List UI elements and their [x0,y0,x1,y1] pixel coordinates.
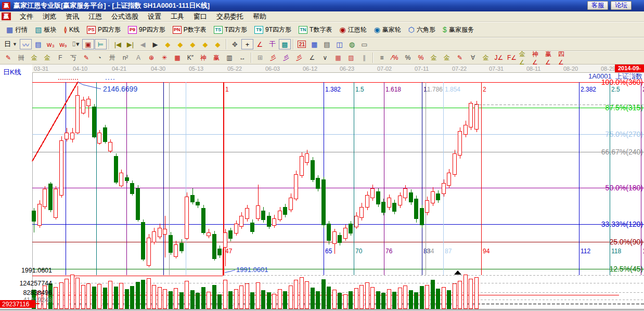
customer-service-button[interactable]: 客服 [587,1,608,10]
print-icon[interactable]: ▭ [358,39,370,49]
zoom-horizontal-icon[interactable]: ◆ [187,39,199,49]
chart-canvas[interactable]: 100.0%(360)87.5%(315)75.0%(270)66.67%(24… [0,73,644,311]
menu-item-1[interactable]: 浏览 [38,11,61,22]
angle-ying-icon[interactable]: 赢∠ [545,53,557,62]
ruler-ying-icon[interactable]: 赢 [210,53,223,62]
t-square-button[interactable]: TST四方形 [211,24,250,35]
percent-icon[interactable]: % [402,53,414,62]
cup-tool-icon[interactable]: ∀ [467,53,479,62]
percent-line-icon[interactable]: ⁄% [389,53,401,62]
t-table-button[interactable]: TNT数字表 [295,24,335,35]
volume-bar [349,291,353,308]
winner-wheel-button[interactable]: ◉赢家轮 [371,24,404,35]
menu-item-4[interactable]: 公式选股 [107,11,143,22]
gold-lines-icon[interactable]: 金 [441,53,453,62]
calendar-icon[interactable]: 21 [296,39,308,49]
menu-item-5[interactable]: 设置 [143,11,166,22]
ruler-n2-icon[interactable]: n² [119,53,132,62]
gold-under-icon[interactable]: 金 [480,53,492,62]
menu-item-9[interactable]: 帮助 [248,11,271,22]
browser-icon[interactable]: ◍ [346,39,358,49]
angle-j-icon[interactable]: J∠ [493,53,505,62]
nav-first-icon[interactable]: |◀ [112,39,124,49]
notes-icon[interactable]: ▤ [321,39,333,49]
zoom-all-icon[interactable]: ◆ [212,39,224,49]
ruler-ticks-icon[interactable]: 卅 [106,53,119,62]
kline-button[interactable]: ≬K线 [60,24,83,35]
percent-under-icon[interactable]: % [415,53,427,62]
gold-circle-icon[interactable]: 金 [428,53,440,62]
angle-measure-icon[interactable]: ∠ [254,39,266,49]
chaos-lines-icon[interactable]: 〰 [20,39,32,49]
zoom-4way-icon[interactable]: ◆ [199,39,211,49]
p-square-button[interactable]: PSP四方形 [84,24,124,35]
quotes-button[interactable]: ▦行情 [3,24,31,35]
target-red-icon[interactable]: ⊕ [145,53,158,62]
ruler-gold-icon[interactable]: 金 [28,53,41,62]
box-tool-icon[interactable]: ⊞ [254,53,266,62]
ruler-123-icon[interactable]: ▥ [223,53,236,62]
web-star-icon[interactable]: ✳ [158,53,171,62]
wave-9-icon[interactable]: w₉ [57,39,69,49]
angle-si-icon[interactable]: 四∠ [558,53,570,62]
crosshair-icon[interactable]: + [241,39,253,49]
forum-button[interactable]: 论坛 [611,1,632,10]
fan-box-red-icon[interactable]: 彡 [293,53,305,62]
9t-square-button[interactable]: T99T四方形 [251,24,294,35]
pattern-box-icon[interactable]: ▩ [279,39,291,49]
gann-ratio-label: 2 [483,86,486,93]
ruler-f-icon[interactable]: F [54,53,67,62]
ruler-s-icon[interactable]: 丂 [67,53,80,62]
nav-next-icon[interactable]: ▶ [149,39,161,49]
nav-last-icon[interactable]: ▶| [124,39,136,49]
percent-ladder-icon[interactable]: ≡ [376,53,388,62]
winner-service-button[interactable]: $赢家服务 [440,24,477,35]
grid-arrow-icon[interactable]: ▨ [345,53,357,62]
marker-pen-icon[interactable]: ✎ [80,53,93,62]
menu-item-3[interactable]: 江恩 [84,11,107,22]
web-grid-icon[interactable]: ▦ [171,53,184,62]
angle-gold-icon[interactable]: 金∠ [519,53,531,62]
menu-item-0[interactable]: 文件 [15,11,38,22]
9p-square-button[interactable]: P99P四方形 [125,24,169,35]
menu-item-2[interactable]: 资讯 [61,11,84,22]
grid-red-icon[interactable]: ▦ [332,53,344,62]
zoom-right-icon[interactable]: ◆ [174,39,186,49]
ruler-plain-icon[interactable]: 卌 [15,53,28,62]
gann-wheel-button[interactable]: ◉江恩轮 [336,24,369,35]
angle-lines-icon[interactable]: ∠ [306,53,318,62]
nav-prev-icon[interactable]: ◀ [137,39,149,49]
fan-box-purple-icon[interactable]: 彡 [280,53,292,62]
candle-style-icon[interactable]: ⌷▾ [70,39,82,49]
flag-pen-icon[interactable]: ✎ [454,53,466,62]
parallel-lines-icon[interactable]: ∥ [358,53,370,62]
angle-shen-icon[interactable]: 神∠ [532,53,544,62]
period-selector[interactable]: 日▼ [2,38,19,50]
p-table-button[interactable]: PNP数字表 [170,24,210,35]
k-marks-icon[interactable]: K″ [184,53,197,62]
width-measure-icon[interactable]: ↔ [236,53,249,62]
wave-3-icon[interactable]: w₃ [45,39,57,49]
ruler-gold2-icon[interactable]: 金 [41,53,54,62]
info-panel-icon[interactable]: ▤ [32,39,44,49]
calculator-icon[interactable]: ▦ [308,39,320,49]
angle-f-icon[interactable]: F∠ [506,53,518,62]
v-lines-icon[interactable]: ∨ [319,53,331,62]
time-circle-icon[interactable]: ◔ [93,53,106,62]
hand-tool-icon[interactable]: ✥ [229,39,241,49]
menu-item-7[interactable]: 窗口 [189,11,212,22]
menu-item-6[interactable]: 工具 [166,11,189,22]
sectors-button[interactable]: ▧板块 [32,24,59,35]
ruler-shen-icon[interactable]: 神 [197,53,210,62]
hexagon-button[interactable]: ⬡六角形 [405,24,439,35]
price-box-icon[interactable]: ▣ [82,39,94,49]
gann-pen-icon[interactable]: ✎ [2,53,15,62]
candle-body [93,107,96,137]
fan-red-icon[interactable]: 彡 [267,53,279,62]
angle-a-icon[interactable]: A [132,53,145,62]
zoom-left-icon[interactable]: ◆ [162,39,174,49]
gann-marker-icon[interactable]: 干 [266,39,278,49]
volume-profile-icon[interactable]: ⊨ [95,39,107,49]
save-icon[interactable]: ◫ [333,39,345,49]
menu-item-8[interactable]: 交易委托 [212,11,248,22]
